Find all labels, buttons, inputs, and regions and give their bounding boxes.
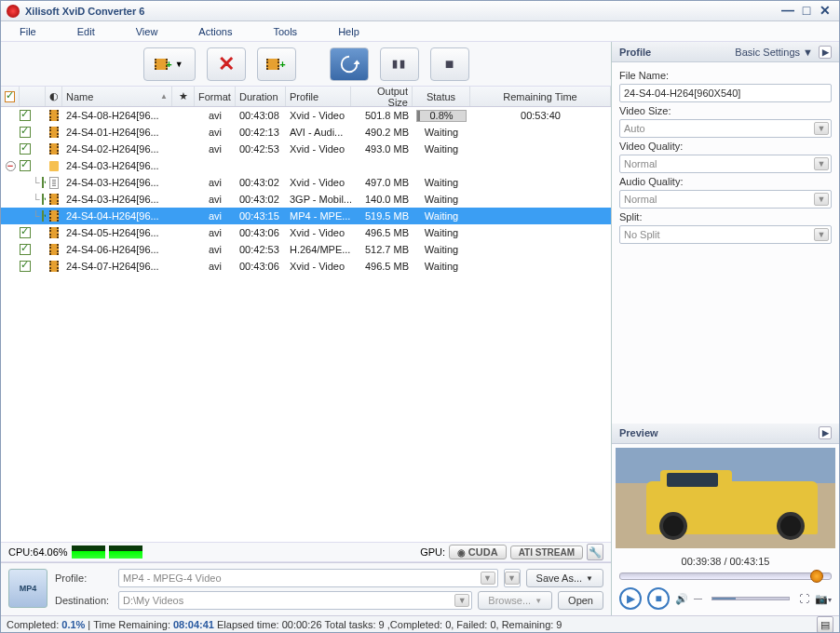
save-as-button[interactable]: Save As...▼ — [526, 569, 603, 587]
seek-thumb-icon[interactable] — [810, 570, 823, 583]
videosize-label: Video Size: — [619, 105, 832, 116]
filename-input[interactable] — [619, 84, 832, 102]
preview-time: 00:39:38 / 00:43:15 — [612, 552, 839, 571]
col-format[interactable]: Format — [195, 87, 236, 106]
filename-label: File Name: — [619, 70, 832, 81]
row-checkbox[interactable] — [20, 110, 31, 121]
row-checkbox[interactable] — [20, 244, 31, 255]
collapse-icon[interactable]: − — [6, 161, 16, 171]
browse-button[interactable]: Browse...▼ — [478, 591, 552, 610]
col-status[interactable]: Status — [413, 87, 470, 106]
row-checkbox[interactable] — [20, 227, 31, 238]
table-row[interactable]: 24-S4-02-H264[96...avi00:42:53Xvid - Vid… — [1, 141, 611, 157]
col-profile[interactable]: Profile — [286, 87, 351, 106]
col-output[interactable]: Output Size — [351, 87, 413, 106]
profile-select[interactable]: MP4 - MPEG-4 Video▼ — [118, 569, 498, 587]
menubar: File Edit View Actions Tools Help — [1, 21, 839, 42]
add-profile-button[interactable]: + — [257, 47, 296, 81]
profile-collapse-button[interactable]: ▶ — [819, 46, 832, 59]
videoquality-label: Video Quality: — [619, 141, 832, 152]
menu-edit[interactable]: Edit — [77, 26, 95, 37]
ati-badge: ATI STREAM — [510, 545, 583, 559]
table-row[interactable]: 24-S4-01-H264[96...avi00:42:13AVI - Audi… — [1, 124, 611, 141]
profile-type-icon: MP4 — [8, 569, 47, 608]
profile-options-button[interactable]: ▼ — [504, 569, 521, 587]
sort-indicator-icon[interactable]: ◐ — [46, 87, 62, 106]
table-row[interactable]: └24-S4-04-H264[96...avi00:43:15MP4 - MPE… — [1, 208, 611, 224]
cpu-graph-icon — [109, 545, 142, 559]
row-checkbox[interactable] — [42, 194, 44, 205]
row-checkbox[interactable] — [42, 177, 44, 188]
preview-collapse-button[interactable]: ▶ — [819, 426, 832, 439]
videoquality-select[interactable]: Normal▼ — [619, 155, 832, 173]
window-title: Xilisoft XviD Converter 6 — [25, 6, 778, 17]
volume-icon[interactable]: 🔊 — [675, 593, 688, 605]
menu-view[interactable]: View — [136, 26, 158, 37]
table-row[interactable]: −24-S4-03-H264[96... — [1, 157, 611, 174]
col-name[interactable]: Name▲ — [62, 87, 172, 106]
cuda-badge: ◉ CUDA — [449, 545, 507, 559]
profile-form: File Name: Video Size: Auto▼ Video Quali… — [612, 62, 839, 251]
audioquality-select[interactable]: Normal▼ — [619, 190, 832, 209]
film-icon — [49, 244, 59, 255]
cpu-bar: CPU:64.06% GPU: ◉ CUDA ATI STREAM 🔧 — [1, 542, 611, 562]
text-icon — [49, 177, 59, 189]
split-label: Split: — [619, 211, 832, 222]
table-row[interactable]: 24-S4-08-H264[96...avi00:43:08Xvid - Vid… — [1, 107, 611, 124]
table-row[interactable]: └24-S4-03-H264[96...avi00:43:02Xvid - Vi… — [1, 174, 611, 191]
maximize-button[interactable]: □ — [798, 5, 815, 18]
film-icon — [49, 143, 59, 155]
basic-settings-toggle[interactable]: Basic Settings ▼ — [735, 47, 813, 58]
stop-preview-button[interactable]: ■ — [647, 587, 670, 610]
column-headers: ◐ Name▲ ★ Format Duration Profile Output… — [1, 87, 611, 107]
table-row[interactable]: 24-S4-05-H264[96...avi00:43:06Xvid - Vid… — [1, 224, 611, 241]
row-checkbox[interactable] — [20, 127, 31, 138]
titlebar: Xilisoft XviD Converter 6 — □ ✕ — [1, 1, 839, 21]
play-button[interactable]: ▶ — [619, 587, 642, 610]
output-panel: MP4 Profile: MP4 - MPEG-4 Video▼ ▼ Save … — [1, 562, 611, 615]
row-checkbox[interactable] — [20, 160, 31, 171]
menu-actions[interactable]: Actions — [198, 26, 232, 37]
add-file-button[interactable]: +▼ — [143, 47, 196, 81]
statusbar: Completed: 0.1% | Time Remaining: 08:04:… — [1, 615, 839, 632]
convert-button[interactable] — [330, 47, 369, 81]
film-icon — [49, 227, 59, 238]
profile-label: Profile: — [55, 572, 113, 584]
film-icon — [49, 127, 59, 138]
pause-button[interactable]: ▮▮ — [380, 47, 419, 81]
film-icon — [49, 110, 59, 121]
log-button[interactable]: ▤ — [817, 616, 833, 633]
row-checkbox[interactable] — [42, 210, 44, 222]
table-row[interactable]: 24-S4-06-H264[96...avi00:42:53H.264/MPE.… — [1, 241, 611, 258]
table-row[interactable]: 24-S4-07-H264[96...avi00:43:06Xvid - Vid… — [1, 258, 611, 275]
col-duration[interactable]: Duration — [236, 87, 286, 106]
select-all-checkbox[interactable] — [5, 91, 15, 102]
col-star[interactable]: ★ — [172, 87, 195, 106]
videosize-select[interactable]: Auto▼ — [619, 119, 832, 138]
preview-video[interactable] — [616, 448, 835, 549]
table-row[interactable]: └24-S4-03-H264[96...avi00:43:023GP - Mob… — [1, 191, 611, 208]
destination-select[interactable]: D:\My Videos▼ — [118, 591, 472, 610]
profile-panel-header: Profile Basic Settings ▼ ▶ — [612, 42, 839, 62]
menu-help[interactable]: Help — [338, 26, 359, 37]
film-icon — [49, 261, 59, 272]
snapshot-button[interactable]: 📷▾ — [815, 593, 832, 605]
settings-button[interactable]: 🔧 — [587, 544, 603, 560]
close-button[interactable]: ✕ — [817, 5, 833, 18]
minimize-button[interactable]: — — [779, 5, 796, 18]
fullscreen-button[interactable]: ⛶ — [799, 593, 809, 604]
row-checkbox[interactable] — [20, 261, 31, 272]
split-select[interactable]: No Split▼ — [619, 225, 832, 244]
volume-slider[interactable] — [711, 597, 790, 600]
file-list[interactable]: 24-S4-08-H264[96...avi00:43:08Xvid - Vid… — [1, 107, 611, 542]
stop-button[interactable]: ■ — [430, 47, 469, 81]
preview-seek-slider[interactable] — [619, 572, 832, 580]
menu-file[interactable]: File — [20, 26, 36, 37]
gpu-label: GPU: — [420, 546, 445, 558]
col-remaining[interactable]: Remaining Time — [470, 87, 611, 106]
delete-button[interactable]: ✕ — [207, 47, 246, 81]
destination-label: Destination: — [55, 595, 113, 606]
menu-tools[interactable]: Tools — [273, 26, 297, 37]
open-button[interactable]: Open — [558, 591, 603, 610]
row-checkbox[interactable] — [20, 143, 31, 155]
